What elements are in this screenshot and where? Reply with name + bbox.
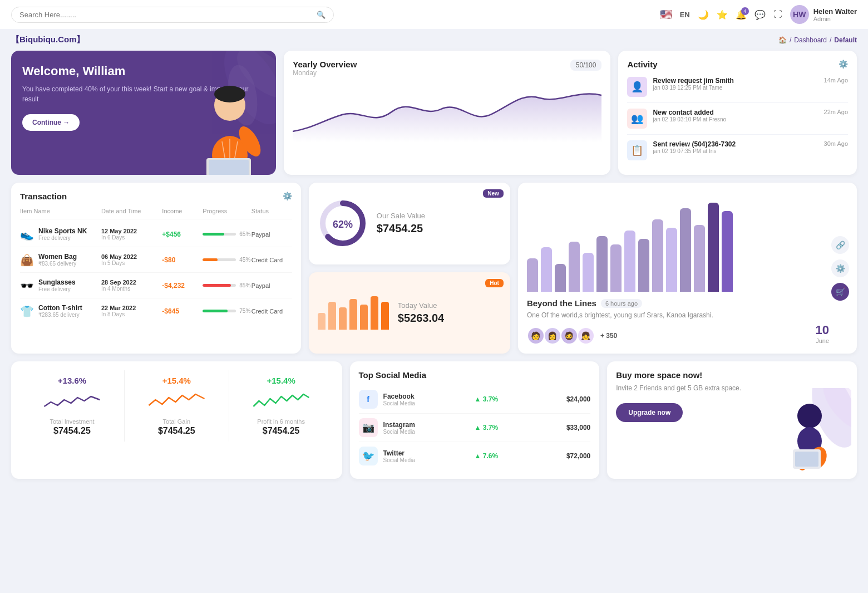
ig-name: Instagram xyxy=(383,421,415,429)
yearly-chart xyxy=(293,81,601,143)
twitter-icon: 🐦 xyxy=(359,447,378,465)
fb-name: Facebook xyxy=(383,393,415,400)
sale-info: Our Sale Value $7454.25 xyxy=(377,212,425,235)
topnav-right: 🇺🇸 EN 🌙 ⭐ 🔔4 💬 ⛶ HW Helen Walter Admin xyxy=(660,5,857,24)
social-row-instagram: 📷 Instagram Social Media ▲ 3.7% $33,000 xyxy=(359,414,591,442)
welcome-card: Welcome, William You have completed 40% … xyxy=(11,51,276,175)
fb-pct: ▲ 3.7% xyxy=(475,395,499,403)
activity-ago-1: 14m Ago xyxy=(824,77,848,84)
expand-icon[interactable]: ⛶ xyxy=(773,9,782,19)
item-name-2: 👜 Women Bag ₹83.65 delivery xyxy=(20,253,101,267)
notification-icon[interactable]: 🔔4 xyxy=(736,9,747,20)
item-sub-2: ₹83.65 delivery xyxy=(38,261,77,267)
item-sub-1: Free delivery xyxy=(38,235,87,241)
sale-column: New 62% Our Sale Value $7454.25 Hot xyxy=(309,183,510,354)
item-name-1: 👟 Nike Sports NK Free delivery xyxy=(20,227,101,241)
item-icon-2: 👜 xyxy=(20,253,34,267)
action-btn-2[interactable]: ⚙️ xyxy=(831,259,849,277)
activity-header: Activity ⚙️ xyxy=(627,60,848,69)
ig-pct: ▲ 3.7% xyxy=(475,424,499,432)
stat-value-1: $7454.25 xyxy=(26,426,119,436)
stat-label-1: Total Investment xyxy=(26,418,119,425)
activity-text-2: New contact added jan 02 19 03:10 PM at … xyxy=(653,109,818,122)
home-icon[interactable]: 🏠 xyxy=(778,36,787,44)
today-value-card: Hot Today Value $5263.04 xyxy=(309,272,510,354)
user-info[interactable]: HW Helen Walter Admin xyxy=(790,5,857,24)
new-badge: New xyxy=(483,189,504,198)
user-details: Helen Walter Admin xyxy=(813,7,857,22)
action-btn-1[interactable]: 🔗 xyxy=(831,236,849,254)
chat-icon[interactable]: 💬 xyxy=(754,9,766,20)
activity-thumb-1: 👤 xyxy=(627,77,647,97)
wave-chart-1 xyxy=(26,390,119,412)
brand-logo: 【Biqubiqu.Com】 xyxy=(11,35,85,45)
item-name-label-4: Cotton T-shirt xyxy=(38,304,82,312)
star-icon[interactable]: ⭐ xyxy=(717,9,728,20)
ig-val: $33,000 xyxy=(566,424,590,432)
item-name-4: 👕 Cotton T-shirt ₹283.65 delivery xyxy=(20,304,101,318)
stat-pct-3: +15.4% xyxy=(235,376,328,385)
space-card: Buy more space now! Invite 2 Friends and… xyxy=(607,361,857,479)
user-name: Helen Walter xyxy=(813,7,857,16)
lang-label[interactable]: EN xyxy=(680,11,690,19)
row-2: Transaction ⚙️ Item Name Date and Time I… xyxy=(11,183,857,354)
item-icon-4: 👕 xyxy=(20,305,34,318)
sale-value-card: New 62% Our Sale Value $7454.25 xyxy=(309,183,510,264)
stat-pct-1: +13.6% xyxy=(26,376,119,385)
date-3: 28 Sep 2022 xyxy=(101,279,162,286)
search-icon: 🔍 xyxy=(317,11,326,19)
yearly-titles: Yearly Overview Monday xyxy=(293,60,357,77)
activity-settings-icon[interactable]: ⚙️ xyxy=(839,60,848,68)
tw-pct: ▲ 7.6% xyxy=(475,452,499,460)
moon-icon[interactable]: 🌙 xyxy=(698,9,709,20)
item-sub-3: Free delivery xyxy=(38,286,76,292)
continue-button[interactable]: Continue → xyxy=(22,114,80,131)
donut-chart: 62% xyxy=(318,198,368,248)
beyond-date-num: 10 xyxy=(816,323,829,337)
activity-thumb-2: 👥 xyxy=(627,109,647,129)
upgrade-button[interactable]: Upgrade now xyxy=(616,403,683,422)
activity-text-3: Sent review (504)236-7302 jan 02 19 07:3… xyxy=(653,140,818,154)
breadcrumb: 🏠 / Dashboard / Default xyxy=(778,36,857,44)
social-info-fb: Facebook Social Media xyxy=(383,393,415,406)
yearly-svg xyxy=(293,81,601,143)
search-input[interactable] xyxy=(19,11,312,19)
income-2: -$80 xyxy=(162,256,203,264)
today-label: Today Value xyxy=(398,301,444,310)
today-info: Today Value $5263.04 xyxy=(398,301,444,325)
date-1: 12 May 2022 xyxy=(101,228,162,234)
income-1: +$456 xyxy=(162,231,203,238)
transaction-header: Transaction ⚙️ xyxy=(20,192,292,201)
breadcrumb-dashboard[interactable]: Dashboard xyxy=(794,36,827,44)
col-date: Date and Time xyxy=(101,208,162,214)
beyond-card: Beyond the Lines 6 hours ago One Of the … xyxy=(518,183,857,354)
item-name-3: 🕶️ Sunglasses Free delivery xyxy=(20,278,101,292)
avatar-1: 🧑 xyxy=(527,327,545,345)
beyond-title: Beyond the Lines xyxy=(527,298,596,308)
col-progress: Progress xyxy=(203,208,251,214)
activity-item-2: 👥 New contact added jan 02 19 03:10 PM a… xyxy=(627,103,848,135)
stat-pct-2: +15.4% xyxy=(130,376,223,385)
search-bar[interactable]: 🔍 xyxy=(11,7,334,23)
person-svg xyxy=(190,69,270,175)
stat-gain: +15.4% Total Gain $7454.25 xyxy=(125,370,229,442)
tw-val: $72,000 xyxy=(566,452,590,460)
item-icon-3: 🕶️ xyxy=(20,279,34,292)
right-actions: 🔗 ⚙️ 🛒 xyxy=(831,236,849,301)
activity-item: 👤 Review request jim Smith jan 03 19 12:… xyxy=(627,71,848,103)
yearly-sub: Monday xyxy=(293,69,357,77)
progress-2: 45% xyxy=(203,257,251,263)
activity-time-3: jan 02 19 07:35 PM at Iris xyxy=(653,148,818,154)
income-4: -$645 xyxy=(162,307,203,315)
social-row-facebook: f Facebook Social Media ▲ 3.7% $24,000 xyxy=(359,385,591,414)
date-2: 06 May 2022 xyxy=(101,253,162,260)
yearly-header: Yearly Overview Monday 50/100 xyxy=(293,60,601,77)
table-row-2: 👜 Women Bag ₹83.65 delivery 06 May 2022 … xyxy=(20,247,292,273)
activity-time-2: jan 02 19 03:10 PM at Fresno xyxy=(653,116,818,122)
transaction-settings-icon[interactable]: ⚙️ xyxy=(283,192,292,200)
social-info-tw: Twitter Social Media xyxy=(383,449,415,463)
progress-4: 75% xyxy=(203,308,251,314)
wave-chart-3 xyxy=(235,390,328,412)
action-btn-3[interactable]: 🛒 xyxy=(831,283,849,301)
avatar-2: 👩 xyxy=(544,327,561,345)
